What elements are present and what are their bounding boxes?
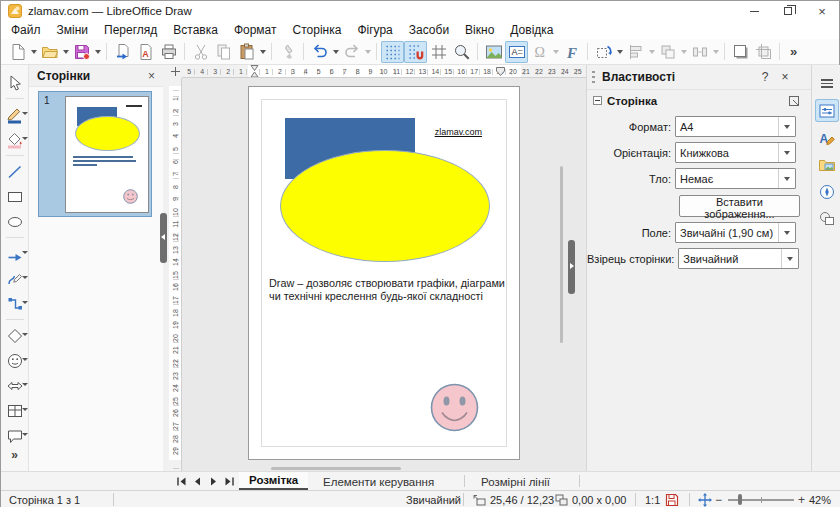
dropdown-caret[interactable] xyxy=(22,137,28,140)
dropdown-caret[interactable] xyxy=(22,251,28,254)
align-objects-button[interactable] xyxy=(624,41,647,63)
helplines-button[interactable] xyxy=(427,41,450,63)
pages-panel-close-icon[interactable]: × xyxy=(148,69,155,83)
scale-status[interactable]: 1:1 xyxy=(645,493,660,507)
rectangle-button[interactable] xyxy=(2,184,28,209)
zoom-level-status[interactable]: 42% xyxy=(809,493,831,507)
insert-text-box-button[interactable]: A xyxy=(505,41,528,63)
select-button[interactable] xyxy=(2,70,28,95)
save-button[interactable] xyxy=(70,41,93,63)
zoom-slider-thumb[interactable] xyxy=(738,494,742,505)
dropdown-caret[interactable] xyxy=(22,358,28,361)
chevron-down-icon[interactable] xyxy=(778,223,795,242)
line-color-button[interactable] xyxy=(2,102,28,127)
shadow-button[interactable] xyxy=(729,41,752,63)
dropdown-caret[interactable] xyxy=(22,433,28,436)
sidebar-splitter-handle[interactable] xyxy=(568,240,575,294)
dropdown-caret[interactable] xyxy=(61,41,70,63)
export-button[interactable] xyxy=(111,41,134,63)
dropdown-caret[interactable] xyxy=(331,41,340,63)
menu-help[interactable]: Довідка xyxy=(502,22,561,38)
new-document-button[interactable] xyxy=(6,41,29,63)
minimize-button[interactable] xyxy=(737,1,771,21)
chevron-down-icon[interactable] xyxy=(778,169,795,188)
more-options-icon[interactable] xyxy=(788,95,801,108)
connectors-button[interactable] xyxy=(2,291,28,316)
basic-shapes-button[interactable] xyxy=(2,323,28,348)
restore-button[interactable] xyxy=(771,1,805,21)
dropdown-caret[interactable] xyxy=(711,41,720,63)
symbol-shapes-button[interactable] xyxy=(2,348,28,373)
slide-style-status[interactable]: Звичайний xyxy=(406,493,461,507)
tab-properties[interactable] xyxy=(815,99,839,122)
background-select[interactable]: Немає xyxy=(675,168,796,189)
paragraph-text[interactable]: Draw – дозволяє створювати графіки, діаг… xyxy=(269,277,509,302)
page-thumbnail[interactable]: 1 xyxy=(38,91,152,217)
print-button[interactable] xyxy=(157,41,180,63)
paste-button[interactable] xyxy=(235,41,258,63)
hyperlink-text[interactable]: zlamav.com xyxy=(435,127,482,137)
next-layer-button[interactable] xyxy=(205,474,221,488)
dropdown-caret[interactable] xyxy=(22,408,28,411)
insert-image-button[interactable] xyxy=(482,41,505,63)
help-button[interactable]: ? xyxy=(757,69,773,85)
orientation-select[interactable]: Книжкова xyxy=(675,142,796,163)
redo-button[interactable] xyxy=(340,41,363,63)
tab-controls[interactable]: Елементи керування xyxy=(313,472,444,491)
tab-layout[interactable]: Розмітка xyxy=(239,472,308,491)
last-layer-button[interactable] xyxy=(221,474,237,488)
dropdown-caret[interactable] xyxy=(615,41,624,63)
cut-button[interactable] xyxy=(189,41,212,63)
drawbar-overflow-button[interactable]: » xyxy=(11,448,18,462)
dropdown-caret[interactable] xyxy=(679,41,688,63)
callout-shapes-button[interactable] xyxy=(2,423,28,448)
lines-and-arrows-button[interactable] xyxy=(2,241,28,266)
tab-character[interactable]: A xyxy=(815,126,839,149)
dropdown-caret[interactable] xyxy=(22,383,28,386)
chevron-down-icon[interactable] xyxy=(781,249,798,268)
horizontal-scrollbar[interactable] xyxy=(271,467,401,470)
copy-button[interactable] xyxy=(212,41,235,63)
margin-select[interactable]: Звичайні (1,90 см) xyxy=(675,222,796,243)
page-section-header[interactable]: Сторінка xyxy=(587,89,811,111)
collapse-section-icon[interactable] xyxy=(593,96,602,105)
block-arrows-button[interactable] xyxy=(2,373,28,398)
yellow-ellipse-object[interactable] xyxy=(280,150,490,262)
previous-layer-button[interactable] xyxy=(189,474,205,488)
first-layer-button[interactable] xyxy=(173,474,189,488)
menu-edit[interactable]: Зміни xyxy=(49,22,97,38)
close-button[interactable]: × xyxy=(805,1,839,21)
smiley-object[interactable] xyxy=(430,383,479,432)
chevron-down-icon[interactable] xyxy=(778,143,795,162)
dropdown-caret[interactable] xyxy=(29,41,38,63)
open-button[interactable] xyxy=(38,41,61,63)
chevron-down-icon[interactable] xyxy=(778,117,795,136)
menu-file[interactable]: Файл xyxy=(3,22,49,38)
toolbar-overflow-button[interactable]: » xyxy=(790,44,797,59)
tab-navigator[interactable] xyxy=(815,180,839,203)
dropdown-caret[interactable] xyxy=(22,276,28,279)
menu-insert[interactable]: Вставка xyxy=(165,22,226,38)
special-character-button[interactable]: Ω xyxy=(528,41,551,63)
transformations-button[interactable] xyxy=(592,41,615,63)
fontwork-button[interactable]: F xyxy=(560,41,583,63)
fill-color-button[interactable] xyxy=(2,127,28,152)
tab-gallery[interactable] xyxy=(815,153,839,176)
master-page-select[interactable]: Звичайний xyxy=(678,248,799,269)
dropdown-caret[interactable] xyxy=(258,41,267,63)
menu-tools[interactable]: Засоби xyxy=(401,22,457,38)
zoom-in-button[interactable]: + xyxy=(798,493,805,507)
distribute-button[interactable] xyxy=(688,41,711,63)
dropdown-caret[interactable] xyxy=(22,112,28,115)
right-indent-marker[interactable] xyxy=(496,67,505,76)
tab-dimension-lines[interactable]: Розмірні лінії xyxy=(471,472,560,491)
menu-window[interactable]: Вікно xyxy=(457,22,502,38)
ellipse-button[interactable] xyxy=(2,209,28,234)
insert-line-button[interactable] xyxy=(2,159,28,184)
tab-shapes[interactable] xyxy=(815,207,839,230)
flowchart-button[interactable] xyxy=(2,398,28,423)
format-select[interactable]: A4 xyxy=(675,116,796,137)
snap-to-grid-button[interactable] xyxy=(404,41,427,63)
export-pdf-button[interactable]: A xyxy=(134,41,157,63)
clone-formatting-button[interactable] xyxy=(276,41,299,63)
